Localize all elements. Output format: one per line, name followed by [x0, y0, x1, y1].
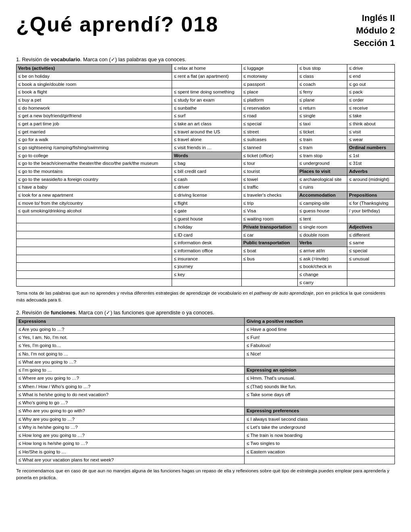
col2-row20: ≤ guest house	[172, 215, 241, 223]
col1-row15: ≤ go to the seaside/to a foreign country	[17, 175, 172, 183]
col1-row10: ≤ go for a walk	[17, 136, 172, 144]
col5-adverbs-blank	[347, 183, 395, 191]
col5-prep-for: ≤ for (Thanksgiving	[347, 199, 395, 207]
col4-row2: ≤ class	[298, 73, 347, 81]
col2-words-header: Words	[172, 152, 241, 160]
col3-row5: ≤ platform	[241, 96, 297, 104]
col5-adj-same: ≤ same	[347, 239, 395, 247]
col2-row11: ≤ visit friends in …	[172, 144, 241, 152]
functions-table: Expressions Giving a positive reaction ≤…	[16, 317, 395, 465]
func-expr-1: ≤ Are you going to …?	[17, 325, 245, 333]
col4-accom-camping: ≤ camping-site	[298, 199, 347, 207]
func-expr-14: ≤ How long are you going to …?	[17, 432, 245, 440]
func-expr-11: ≤ Who are you going to go with?	[17, 407, 245, 415]
col3-row12: ≤ ticket (office)	[241, 152, 297, 160]
col4-accom-header: Accommodation	[298, 191, 347, 200]
col1-row5: ≤ buy a pet	[17, 96, 172, 104]
func-pref-4: ≤ Two singles to	[245, 440, 395, 448]
func-opinion-1: ≤ Hmm. That's unusual.	[245, 374, 395, 382]
col5-adj-different: ≤ different	[347, 231, 395, 239]
col3-row16: ≤ traffic	[241, 183, 297, 191]
col4-verbs-arrive: ≤ arrive at/in	[298, 247, 347, 255]
col1-row8: ≤ get a part time job	[17, 120, 172, 128]
func-giving-2: ≤ Fun!	[245, 334, 395, 342]
col4-places-header: Places to visit	[298, 168, 347, 176]
col3-public-boat: ≤ boat	[241, 247, 297, 255]
col5-row5: ≤ order	[347, 96, 395, 104]
col5-blank	[347, 263, 395, 271]
col2-row17: ≤ driving license	[172, 191, 241, 200]
func-giving-4: ≤ Nice!	[245, 350, 395, 358]
col2-row5: ≤ study for an exam	[172, 96, 241, 104]
col2-row2: ≤ rent a flat (an apartment)	[172, 73, 241, 81]
func-expr-8: ≤ When / How / Who's going to …?	[17, 382, 245, 391]
col2-row3	[172, 80, 241, 88]
col1-blank	[17, 215, 172, 223]
func-blank1	[245, 358, 395, 366]
col4-row8: ≤ taxi	[298, 120, 347, 128]
col4-row4: ≤ ferry	[298, 88, 347, 96]
col3-row9: ≤ street	[241, 128, 297, 136]
col3-row4: ≤ place	[241, 88, 297, 96]
col5-row2: ≤ end	[347, 73, 395, 81]
col3-row3: ≤ passport	[241, 80, 297, 88]
col5-adverbs-header: Adverbs	[347, 168, 395, 176]
func-expr-16: ≤ He/She is going to …	[17, 448, 245, 456]
col5-row10: ≤ wear	[347, 136, 395, 144]
col1-row17: ≤ look for a new apartment	[17, 191, 172, 200]
col3-row6: ≤ reservation	[241, 104, 297, 112]
vocabulary-table: Verbs (activities) ≤ relax at home ≤ lug…	[16, 64, 395, 287]
col4-verbs-ask: ≤ ask (=invite)	[298, 255, 347, 263]
col4-accom-double: ≤ double room	[298, 231, 347, 239]
note2: Te recomendamos que en caso de que aun n…	[16, 468, 395, 482]
col3-private-car: ≤ car	[241, 231, 297, 239]
col3-blank	[241, 263, 297, 271]
col2-row15: ≤ cash	[172, 175, 241, 183]
col1-row11: ≤ go sightseeing /camping/fishing/swimmi…	[17, 144, 172, 152]
page-header: ¿Qué aprendí? 018 Inglés II Módulo 2 Sec…	[16, 12, 395, 49]
func-expr-15: ≤ How long is he/she going to …?	[17, 440, 245, 448]
main-title: ¿Qué aprendí? 018	[16, 12, 218, 36]
col3-row10: ≤ suitcases	[241, 136, 297, 144]
col3-row18: ≤ trip	[241, 199, 297, 207]
col1-row14: ≤ go to the mountains	[17, 168, 172, 176]
func-expr-7: ≤ Where are you going to …?	[17, 374, 245, 382]
col5-adverbs-around: ≤ around (midnight)	[347, 175, 395, 183]
col2-row26: ≤ journey	[172, 263, 241, 271]
func-expr-2: ≤ Yes, I am. No, I'm not.	[17, 334, 245, 342]
func-col2-header1: Giving a positive reaction	[245, 317, 395, 325]
col5-row7: ≤ take	[347, 112, 395, 120]
col4-verbs-book: ≤ book/check in	[298, 263, 347, 271]
col5-row8: ≤ think about	[347, 120, 395, 128]
col5-adj-header: Adjectives	[347, 223, 395, 231]
col1-blank4	[17, 239, 172, 247]
col4-cell-top: ≤ bus stop	[298, 64, 347, 73]
func-expr-10: ≤ Who's going to go …?	[17, 399, 245, 407]
col4-row3: ≤ coach	[298, 80, 347, 88]
col3-private-header: Private transportation	[241, 223, 297, 231]
func-pref-1: ≤ I always travel second class	[245, 415, 395, 423]
col2-blank	[172, 278, 241, 287]
col4-verbs-change: ≤ change	[298, 270, 347, 278]
col3-row2: ≤ motorway	[241, 73, 297, 81]
func-col2-header3: Expressing preferences	[245, 407, 395, 415]
col4-places-ruins: ≤ ruins	[298, 183, 347, 191]
col5-row6: ≤ receive	[347, 104, 395, 112]
col3-row11: ≤ tanned	[241, 144, 297, 152]
col4-row5: ≤ plane	[298, 96, 347, 104]
col5-prep-header: Prepositions	[347, 191, 395, 200]
func-opinion-2: ≤ (That) sounds like fun.	[245, 382, 395, 391]
col1-row18: ≤ move to/ from the city/country	[17, 199, 172, 207]
col2-row8: ≤ take an art class	[172, 120, 241, 128]
col3-cell-top: ≤ luggage	[241, 64, 297, 73]
col1-blank5	[17, 247, 172, 255]
note1: Toma nota de las palabras que aun no apr…	[16, 290, 395, 304]
col4-row13: ≤ underground	[298, 160, 347, 168]
func-expr-3: ≤ Yes, I'm going to…	[17, 342, 245, 350]
col3-row19: ≤ Visa	[241, 207, 297, 215]
col2-row7: ≤ surf	[172, 112, 241, 120]
col2-row25: ≤ insurance	[172, 255, 241, 263]
func-giving-1: ≤ Have a good time	[245, 325, 395, 333]
col3-blank3	[241, 278, 297, 287]
col2-row6: ≤ sunbathe	[172, 104, 241, 112]
